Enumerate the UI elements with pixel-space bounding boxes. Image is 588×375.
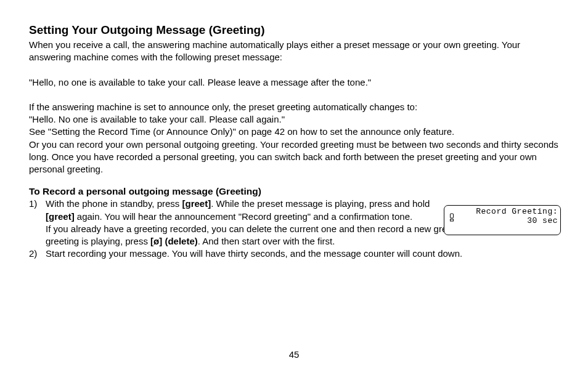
record-own-paragraph: Or you can record your own personal outg…	[29, 139, 560, 176]
svg-rect-0	[451, 214, 454, 218]
subsection-heading: To Record a personal outgoing message (G…	[29, 186, 560, 197]
key-greet: [greet]	[46, 211, 75, 222]
svg-rect-1	[451, 219, 454, 221]
lcd-line-1: Record Greeting:	[476, 207, 558, 216]
lcd-line-2: 30 sec	[527, 216, 558, 225]
see-reference: See "Setting the Record Time (or Announc…	[29, 126, 560, 138]
spacer	[29, 64, 560, 76]
key-delete: [ø] (delete)	[150, 236, 198, 246]
text-run: . While the preset message is playing, p…	[211, 198, 430, 209]
step-number: 1)	[29, 198, 46, 248]
announce-only-quote: "Hello. No one is available to take your…	[29, 113, 560, 126]
announce-only-line-1: If the answering machine is set to annou…	[29, 101, 560, 113]
text-run: With the phone in standby, press	[46, 198, 182, 209]
step-1-main: With the phone in standby, press [greet]…	[46, 198, 449, 223]
preset-message-quote: "Hello, no one is available to take your…	[29, 76, 560, 89]
page-number: 45	[0, 349, 588, 360]
text-run: again. You will hear the announcement "R…	[75, 211, 413, 222]
intro-paragraph-1: When you receive a call, the answering m…	[29, 39, 560, 64]
step-number: 2)	[29, 248, 46, 260]
spacer	[29, 89, 560, 101]
text-run: . And then start over with the first.	[198, 236, 335, 246]
lcd-display: Record Greeting: 30 sec	[444, 205, 561, 235]
lcd-text: Record Greeting: 30 sec	[476, 208, 558, 226]
lcd-icon	[449, 213, 454, 225]
key-greet: [greet]	[182, 198, 211, 209]
section-heading: Setting Your Outgoing Message (Greeting)	[29, 23, 560, 37]
step-2-content: Start recording your message. You will h…	[46, 248, 560, 260]
step-2: 2) Start recording your message. You wil…	[29, 248, 560, 260]
